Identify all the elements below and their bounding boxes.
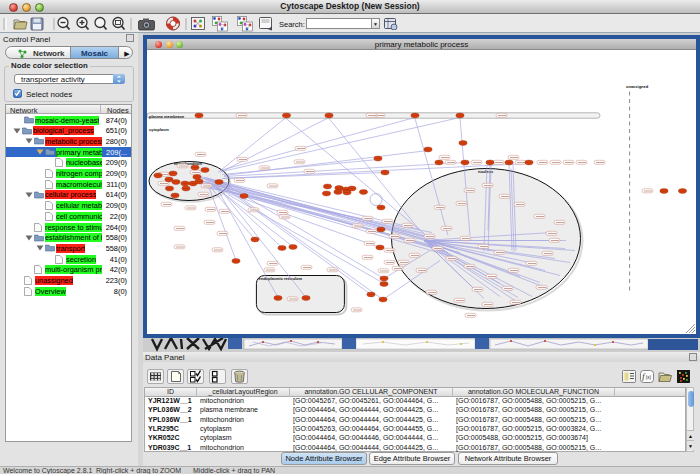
svg-text:endoplasmic reticulum: endoplasmic reticulum — [259, 276, 303, 281]
svg-text:plasma membrane: plasma membrane — [149, 114, 185, 119]
svg-text:unassigned: unassigned — [626, 84, 649, 89]
svg-text:nucleus: nucleus — [478, 169, 494, 174]
svg-text:(x): (x) — [646, 375, 652, 380]
svg-text:cytoplasm: cytoplasm — [149, 127, 169, 132]
